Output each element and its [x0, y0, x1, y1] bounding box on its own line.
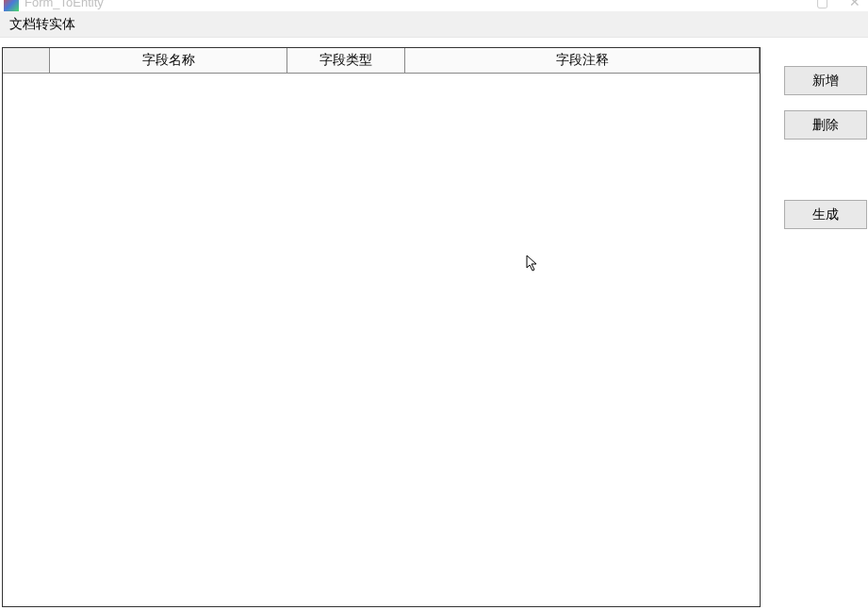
- delete-button[interactable]: 删除: [784, 110, 867, 140]
- menu-bar: 文档转实体: [0, 11, 868, 38]
- window-controls: ▢ ✕: [816, 0, 860, 9]
- grid-column-field-name[interactable]: 字段名称: [50, 48, 287, 74]
- content-area: 字段名称 字段类型 字段注释 新增 删除 生成: [0, 38, 868, 610]
- add-button[interactable]: 新增: [784, 66, 867, 95]
- spacer: [784, 155, 868, 185]
- app-icon: [4, 0, 19, 11]
- grid-header-row: 字段名称 字段类型 字段注释: [3, 48, 760, 74]
- close-icon[interactable]: ✕: [849, 0, 860, 9]
- grid-column-field-type[interactable]: 字段类型: [287, 48, 405, 74]
- generate-button[interactable]: 生成: [784, 200, 867, 229]
- grid-column-field-comment[interactable]: 字段注释: [405, 48, 760, 74]
- maximize-icon[interactable]: ▢: [816, 0, 828, 9]
- grid-row-header[interactable]: [3, 48, 50, 74]
- title-bar: Form_ToEntity ▢ ✕: [0, 0, 868, 11]
- menu-doc-to-entity[interactable]: 文档转实体: [0, 11, 85, 37]
- window-title: Form_ToEntity: [25, 0, 104, 9]
- side-panel: 新增 删除 生成: [761, 47, 868, 610]
- grid-body[interactable]: [3, 74, 760, 606]
- data-grid[interactable]: 字段名称 字段类型 字段注释: [2, 47, 761, 607]
